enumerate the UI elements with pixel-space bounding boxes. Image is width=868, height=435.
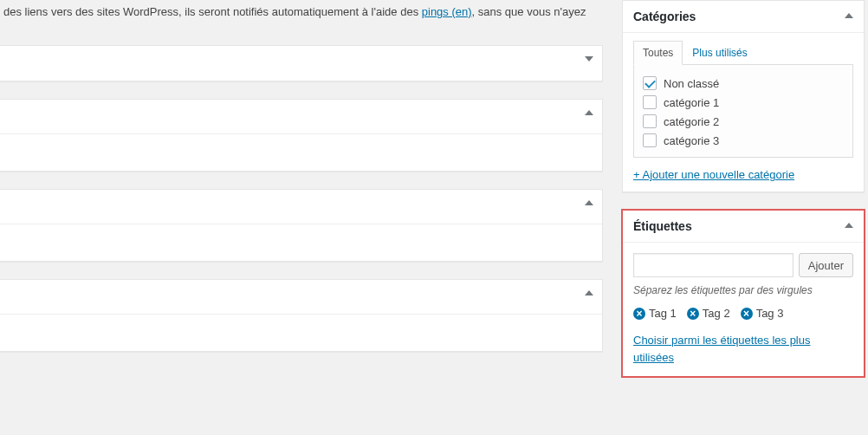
category-label: catégorie 3	[664, 134, 719, 147]
pings-link[interactable]: pings (en)	[422, 5, 472, 18]
tab-most-used-categories[interactable]: Plus utilisés	[683, 41, 756, 65]
metabox-header[interactable]	[0, 46, 602, 81]
checkbox-icon[interactable]	[643, 114, 657, 128]
metabox-collapsed-1	[0, 45, 603, 81]
tag-label: Tag 3	[756, 307, 784, 320]
tab-all-categories[interactable]: Toutes	[633, 41, 683, 65]
category-label: catégorie 2	[664, 115, 719, 128]
choose-popular-tags-link[interactable]: Choisir parmi les étiquettes les plus ut…	[633, 332, 853, 366]
categories-title: Catégories	[633, 10, 696, 23]
metabox-expanded-2	[0, 189, 603, 262]
categories-panel-body: Toutes Plus utilisés Non classé catégori…	[623, 40, 864, 192]
chevron-up-icon	[585, 200, 593, 205]
category-item[interactable]: catégorie 1	[643, 93, 844, 112]
ping-description: des liens vers des sites WordPress, ils …	[0, 0, 604, 21]
tags-panel-header[interactable]: Étiquettes	[623, 211, 864, 243]
checkbox-icon[interactable]	[643, 133, 657, 147]
remove-tag-icon[interactable]	[741, 308, 753, 320]
category-item[interactable]: catégorie 3	[643, 131, 844, 150]
metabox-header[interactable]	[0, 190, 602, 224]
tag-chip: Tag 1	[633, 307, 677, 320]
sidebar: Catégories Toutes Plus utilisés Non clas…	[622, 0, 865, 394]
checkbox-icon[interactable]	[643, 76, 657, 90]
add-category-link[interactable]: + Ajouter une nouvelle catégorie	[633, 168, 853, 181]
remove-tag-icon[interactable]	[687, 308, 699, 320]
chevron-up-icon	[845, 223, 853, 228]
chevron-up-icon	[585, 290, 593, 295]
metabox-header[interactable]	[0, 100, 602, 134]
current-tags: Tag 1 Tag 2 Tag 3	[633, 307, 853, 320]
remove-tag-icon[interactable]	[633, 308, 645, 320]
chevron-down-icon	[585, 56, 593, 62]
ping-text-after: , sans que vous n'ayez	[472, 5, 586, 18]
chevron-up-icon	[585, 110, 593, 115]
tag-chip: Tag 2	[687, 307, 730, 320]
category-label: catégorie 1	[664, 96, 719, 109]
main-content: des liens vers des sites WordPress, ils …	[0, 0, 604, 435]
chevron-up-icon	[845, 13, 853, 18]
tags-panel-body: Ajouter Séparez les étiquettes par des v…	[623, 253, 864, 376]
categories-panel-header[interactable]: Catégories	[623, 1, 864, 33]
metabox-expanded-1	[0, 99, 603, 172]
tags-panel: Étiquettes Ajouter Séparez les étiquette…	[622, 210, 865, 377]
tag-label: Tag 1	[649, 307, 677, 320]
metabox-expanded-3	[0, 279, 603, 352]
categories-panel: Catégories Toutes Plus utilisés Non clas…	[622, 0, 865, 192]
metabox-header[interactable]	[0, 280, 602, 315]
ping-text-before: des liens vers des sites WordPress, ils …	[3, 5, 422, 18]
tags-title: Étiquettes	[633, 219, 692, 233]
category-tabs: Toutes Plus utilisés	[633, 40, 853, 65]
checkbox-icon[interactable]	[643, 95, 657, 109]
category-item[interactable]: Non classé	[643, 74, 844, 93]
tag-input[interactable]	[633, 253, 794, 277]
tag-input-row: Ajouter	[633, 253, 853, 277]
tag-label: Tag 2	[703, 307, 730, 320]
tag-chip: Tag 3	[741, 307, 784, 320]
category-item[interactable]: catégorie 2	[643, 112, 844, 131]
category-list: Non classé catégorie 1 catégorie 2 catég…	[633, 65, 853, 158]
tags-hint: Séparez les étiquettes par des virgules	[633, 284, 853, 296]
category-label: Non classé	[664, 77, 719, 90]
add-tag-button[interactable]: Ajouter	[799, 253, 853, 277]
